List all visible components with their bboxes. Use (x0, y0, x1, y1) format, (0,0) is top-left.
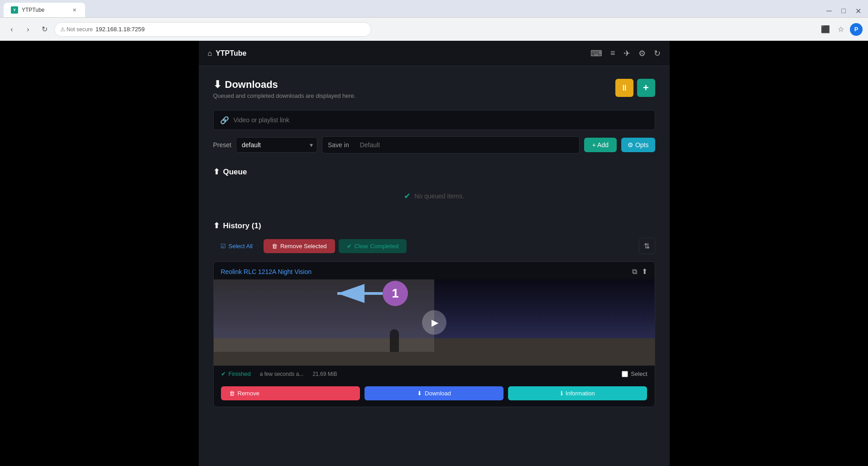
no-queued-text: No queued items. (414, 192, 464, 200)
terminal-icon-btn[interactable]: ⌨ (590, 48, 602, 58)
preset-row: Preset default Save in + Add ⚙ Opts (213, 136, 655, 154)
preset-label: Preset (213, 141, 231, 149)
copy-item-btn[interactable]: ⧉ (632, 267, 637, 276)
main-content: ⬇ Downloads Queued and completed downloa… (199, 66, 670, 420)
browser-toolbar: ‹ › ↻ ⚠ Not secure 192.168.1.18:7259 ⬛ ☆… (0, 17, 868, 41)
download-item-action-buttons: ⧉ ⬆ (632, 267, 647, 276)
add-new-button[interactable]: + (637, 79, 655, 97)
downloads-subtitle: Queued and completed downloads are displ… (213, 92, 356, 99)
queue-arrow-icon: ⬆ (213, 167, 220, 177)
navbar-actions: ⌨ ≡ ✈ ⚙ ↻ (590, 48, 661, 58)
window-close-btn[interactable]: ✕ (852, 5, 864, 17)
thumbnail-play-btn[interactable] (422, 310, 446, 335)
active-tab[interactable]: Y YTPTube ✕ (4, 3, 85, 17)
download-item-title: Reolink RLC 1212A Night Vision (221, 268, 312, 275)
navbar: ⌂ YTPTube ⌨ ≡ ✈ ⚙ ↻ (199, 41, 670, 66)
security-indicator: ⚠ Not secure (60, 26, 93, 33)
remove-selected-label: Remove Selected (280, 243, 327, 250)
brand-name: YTPTube (216, 49, 246, 58)
upload-item-btn[interactable]: ⬆ (642, 267, 647, 276)
sort-icon: ⇅ (644, 242, 650, 250)
pause-button[interactable]: ⏸ (615, 79, 633, 97)
sort-button[interactable]: ⇅ (639, 238, 655, 254)
link-icon: 🔗 (220, 116, 229, 125)
history-arrow-icon: ⬆ (213, 221, 220, 231)
history-controls: ☑ Select All 🗑 Remove Selected ✔ Clear C… (213, 238, 655, 254)
add-url-button[interactable]: + Add (584, 138, 617, 152)
url-input[interactable] (234, 116, 648, 124)
download-arrow-icon: ⬇ (213, 79, 221, 91)
browser-action-buttons: ⬛ ☆ P (819, 23, 863, 36)
brand[interactable]: ⌂ YTPTube (208, 49, 247, 58)
opts-button[interactable]: ⚙ Opts (621, 138, 655, 152)
app-container: ⌂ YTPTube ⌨ ≡ ✈ ⚙ ↻ ⬇ Downloads Que (0, 41, 868, 466)
tab-title: YTPTube (22, 7, 44, 13)
download-label: Download (425, 390, 451, 397)
download-meta: ✔ Finished a few seconds a... 21.69 MiB … (214, 365, 655, 382)
queue-title: Queue (223, 168, 247, 177)
select-all-label: Select All (229, 243, 253, 250)
save-in-input[interactable] (355, 136, 580, 154)
info-label: Information (566, 390, 595, 397)
download-icon: ⬇ (417, 390, 422, 397)
meta-size: 21.69 MiB (312, 371, 337, 377)
scene-wall (214, 279, 434, 352)
downloads-title-area: ⬇ Downloads Queued and completed downloa… (213, 79, 356, 99)
download-thumbnail (214, 279, 655, 365)
info-item-button[interactable]: ℹ Information (508, 386, 647, 400)
status-badge: ✔ Finished (221, 370, 251, 377)
window-maximize-btn[interactable]: □ (837, 5, 850, 17)
bookmark-btn[interactable]: ☆ (834, 23, 847, 36)
status-text: Finished (229, 370, 251, 377)
send-icon-btn[interactable]: ✈ (623, 48, 630, 58)
header-buttons: ⏸ + (615, 79, 655, 97)
clear-check-icon: ✔ (347, 243, 352, 250)
remove-item-button[interactable]: 🗑 Remove (221, 386, 360, 400)
download-item-header: Reolink RLC 1212A Night Vision ⧉ ⬆ (214, 262, 655, 279)
address-bar[interactable]: ⚠ Not secure 192.168.1.18:7259 (54, 22, 371, 37)
select-all-button[interactable]: ☑ Select All (213, 239, 260, 253)
extensions-btn[interactable]: ⬛ (819, 23, 832, 36)
reload-btn[interactable]: ↻ (38, 23, 51, 36)
window-minimize-btn[interactable]: ─ (823, 5, 835, 17)
home-icon: ⌂ (208, 49, 212, 58)
browser-chrome: Y YTPTube ✕ ─ □ ✕ ‹ › ↻ ⚠ Not secure 192… (0, 0, 868, 41)
history-section-header: ⬆ History (1) (213, 221, 655, 231)
clear-completed-button[interactable]: ✔ Clear Completed (339, 239, 407, 253)
history-section: ⬆ History (1) ☑ Select All 🗑 Remove Sele… (213, 221, 655, 407)
item-select-checkbox[interactable] (622, 371, 628, 377)
download-item-buttons: 🗑 Remove ⬇ Download ℹ Information (214, 382, 655, 407)
remove-selected-button[interactable]: 🗑 Remove Selected (264, 239, 335, 253)
url-display: 192.168.1.18:7259 (96, 26, 144, 33)
opts-label: ⚙ Opts (628, 141, 648, 149)
tab-close-btn[interactable]: ✕ (71, 6, 78, 14)
status-check-icon: ✔ (221, 370, 226, 377)
scene-person (390, 329, 399, 352)
clear-completed-label: Clear Completed (355, 243, 399, 250)
plus-icon: + (643, 82, 649, 94)
pause-icon: ⏸ (620, 83, 628, 93)
profile-avatar[interactable]: P (850, 23, 863, 36)
meta-time: a few seconds a... (260, 371, 304, 377)
preset-select-wrapper: default (236, 137, 317, 153)
trash-icon: 🗑 (272, 243, 278, 250)
no-queued-message: ✔ No queued items. (213, 184, 655, 208)
download-item: Reolink RLC 1212A Night Vision ⧉ ⬆ (213, 261, 655, 407)
app-main: ⌂ YTPTube ⌨ ≡ ✈ ⚙ ↻ ⬇ Downloads Que (199, 41, 670, 466)
history-title: History (1) (223, 221, 261, 231)
save-in-label: Save in (322, 136, 355, 154)
url-input-row: 🔗 (213, 110, 655, 130)
forward-btn[interactable]: › (22, 23, 34, 36)
check-circle-icon: ✔ (404, 191, 411, 201)
list-icon-btn[interactable]: ≡ (610, 48, 615, 58)
queue-section-header: ⬆ Queue (213, 167, 655, 177)
remove-trash-icon: 🗑 (229, 390, 235, 397)
download-item-button[interactable]: ⬇ Download (364, 386, 504, 400)
settings-icon-btn[interactable]: ⚙ (638, 48, 646, 58)
add-url-label: + Add (592, 141, 609, 149)
browser-tab-bar: Y YTPTube ✕ ─ □ ✕ (0, 0, 868, 17)
back-btn[interactable]: ‹ (5, 23, 18, 36)
refresh-icon-btn[interactable]: ↻ (654, 48, 661, 58)
preset-select[interactable]: default (236, 137, 317, 153)
remove-label: Remove (238, 390, 259, 397)
